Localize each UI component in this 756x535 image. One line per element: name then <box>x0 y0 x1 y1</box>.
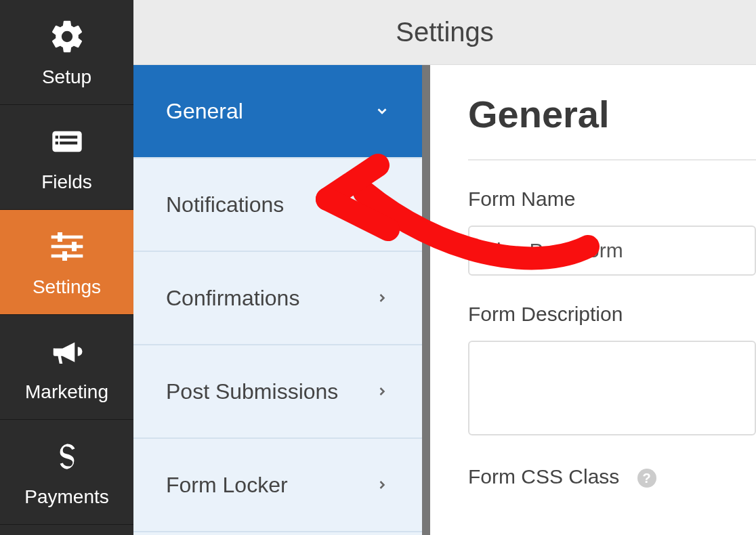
content-heading: General <box>468 92 756 136</box>
submenu-item-form-pages[interactable]: Form Pages <box>133 532 422 535</box>
nav-item-payments[interactable]: Payments <box>0 420 133 525</box>
settings-content: General Form Name Form Description Form … <box>430 65 756 535</box>
nav-item-settings[interactable]: Settings <box>0 210 133 315</box>
svg-rect-9 <box>72 242 77 251</box>
dollar-icon <box>47 436 87 477</box>
nav-item-setup[interactable]: Setup <box>0 0 133 105</box>
chevron-right-icon <box>375 291 390 305</box>
submenu-label: Form Locker <box>166 473 288 498</box>
chevron-right-icon <box>375 197 390 212</box>
divider <box>468 159 756 160</box>
sliders-icon <box>47 226 87 267</box>
form-name-input[interactable] <box>468 226 756 276</box>
page-title: Settings <box>396 17 494 47</box>
nav-item-fields[interactable]: Fields <box>0 105 133 210</box>
nav-label: Fields <box>41 171 92 193</box>
submenu-item-post-submissions[interactable]: Post Submissions <box>133 345 422 439</box>
form-css-label-text: Form CSS Class <box>468 465 619 488</box>
svg-rect-4 <box>60 142 77 144</box>
form-description-label: Form Description <box>468 303 756 326</box>
submenu-label: Post Submissions <box>166 379 338 404</box>
submenu-label: Notifications <box>166 192 284 217</box>
form-name-label: Form Name <box>468 188 756 211</box>
topbar: Settings <box>133 0 756 65</box>
nav-label: Payments <box>24 486 109 508</box>
submenu-item-confirmations[interactable]: Confirmations <box>133 252 422 345</box>
bullhorn-icon <box>47 331 87 372</box>
nav-label: Setup <box>42 66 91 88</box>
svg-rect-3 <box>55 142 58 144</box>
chevron-right-icon <box>375 477 390 492</box>
list-icon <box>47 121 87 162</box>
form-description-input[interactable] <box>468 341 756 435</box>
submenu-label: Confirmations <box>166 286 299 311</box>
chevron-down-icon <box>375 104 390 119</box>
primary-nav: Setup Fields Settings Marketing Payments <box>0 0 133 535</box>
submenu-item-form-locker[interactable]: Form Locker <box>133 439 422 532</box>
svg-rect-1 <box>55 135 58 138</box>
chevron-right-icon <box>375 384 390 399</box>
gear-icon <box>47 16 87 57</box>
nav-label: Settings <box>33 276 101 298</box>
nav-item-marketing[interactable]: Marketing <box>0 315 133 420</box>
form-css-label: Form CSS Class ? <box>468 465 756 488</box>
svg-rect-8 <box>58 232 62 242</box>
svg-rect-6 <box>51 245 83 249</box>
submenu-item-general[interactable]: General <box>133 65 422 158</box>
svg-rect-10 <box>62 251 67 261</box>
settings-submenu: General Notifications Confirmations Post… <box>133 65 430 535</box>
help-icon[interactable]: ? <box>637 469 656 488</box>
submenu-item-notifications[interactable]: Notifications <box>133 158 422 252</box>
nav-label: Marketing <box>25 381 108 403</box>
svg-rect-5 <box>51 236 83 239</box>
submenu-label: General <box>166 99 243 124</box>
svg-rect-2 <box>60 135 77 138</box>
